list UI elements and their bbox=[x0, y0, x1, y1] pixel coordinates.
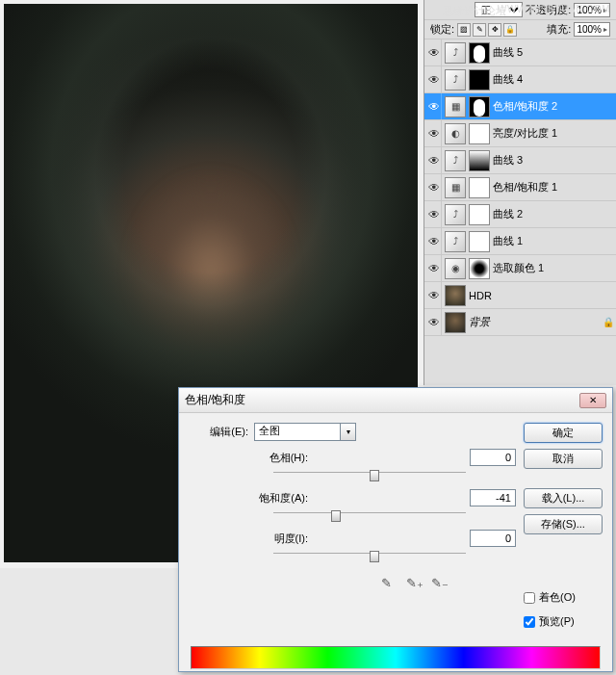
layer-name[interactable]: 曲线 4 bbox=[493, 72, 523, 87]
layer-mask[interactable] bbox=[469, 69, 490, 91]
lock-position-icon[interactable]: ✥ bbox=[488, 23, 501, 37]
visibility-eye-icon[interactable]: 👁 bbox=[426, 201, 442, 227]
preview-checkbox[interactable]: 预览(P) bbox=[524, 614, 603, 629]
layer-row[interactable]: 👁⤴曲线 4 bbox=[424, 66, 616, 93]
dialog-buttons: 确定 取消 载入(L)... 存储(S)... 着色(O) 预览(P) bbox=[524, 423, 603, 631]
visibility-eye-icon[interactable]: 👁 bbox=[426, 228, 442, 254]
layers-panel: 正 不透明度: 100% 锁定: ▨ ✎ ✥ 🔒 填充: 100% 👁⤴曲线 5… bbox=[424, 0, 616, 385]
hue-label: 色相(H): bbox=[189, 451, 314, 465]
layer-mask[interactable] bbox=[469, 150, 490, 171]
visibility-eye-icon[interactable]: 👁 bbox=[426, 120, 442, 146]
visibility-eye-icon[interactable]: 👁 bbox=[426, 255, 442, 281]
layer-mask[interactable] bbox=[469, 177, 490, 198]
layer-name[interactable]: 选取颜色 1 bbox=[493, 261, 544, 275]
layer-name[interactable]: 曲线 3 bbox=[493, 153, 523, 168]
lock-all-icon[interactable]: 🔒 bbox=[503, 23, 517, 37]
eyedropper-subtract-icon[interactable]: ✎₋ bbox=[431, 576, 447, 591]
cancel-button[interactable]: 取消 bbox=[524, 449, 603, 469]
layer-name[interactable]: HDR bbox=[469, 290, 492, 301]
save-button[interactable]: 存储(S)... bbox=[524, 514, 603, 534]
layer-row[interactable]: 👁▦色相/饱和度 1 bbox=[424, 174, 616, 201]
fill-label: 填充: bbox=[547, 22, 571, 37]
adjustment-icon: ▦ bbox=[445, 177, 466, 198]
eyedropper-add-icon[interactable]: ✎₊ bbox=[406, 576, 422, 591]
adjustment-icon: ⤴ bbox=[445, 69, 466, 91]
dialog-title: 色相/饱和度 bbox=[185, 392, 245, 408]
lock-icons: ▨ ✎ ✥ 🔒 bbox=[457, 23, 517, 37]
visibility-eye-icon[interactable]: 👁 bbox=[426, 66, 442, 92]
hue-slider[interactable] bbox=[273, 472, 466, 487]
layer-row[interactable]: 👁⤴曲线 2 bbox=[424, 201, 616, 228]
adjustment-icon: ⤴ bbox=[445, 42, 466, 64]
adjustment-icon: ⤴ bbox=[445, 231, 466, 252]
saturation-input[interactable] bbox=[470, 489, 516, 506]
hue-saturation-dialog: 色相/饱和度 ✕ 编辑(E): 全图 ▾ 色相(H): 饱和度(A): 明度 bbox=[178, 387, 613, 672]
layer-mask[interactable] bbox=[469, 204, 490, 225]
layer-name[interactable]: 色相/饱和度 2 bbox=[493, 99, 557, 114]
visibility-eye-icon[interactable]: 👁 bbox=[426, 93, 442, 119]
saturation-slider[interactable] bbox=[273, 512, 466, 528]
visibility-eye-icon[interactable]: 👁 bbox=[426, 147, 442, 173]
layer-row[interactable]: 👁◐亮度/对比度 1 bbox=[424, 120, 616, 147]
adjustment-icon: ◐ bbox=[445, 123, 466, 144]
layer-name[interactable]: 背景 bbox=[469, 315, 490, 329]
layer-row[interactable]: 👁▦色相/饱和度 2 bbox=[424, 93, 616, 120]
layer-row[interactable]: 👁⤴曲线 3 bbox=[424, 147, 616, 174]
layer-thumb bbox=[445, 285, 466, 306]
layer-mask[interactable] bbox=[469, 258, 490, 279]
layer-name[interactable]: 色相/饱和度 1 bbox=[493, 180, 557, 195]
layer-name[interactable]: 曲线 5 bbox=[493, 45, 523, 60]
hue-input[interactable] bbox=[470, 449, 516, 466]
adjustment-icon: ▦ bbox=[445, 96, 466, 117]
lightness-label: 明度(I): bbox=[189, 532, 314, 546]
visibility-eye-icon[interactable]: 👁 bbox=[426, 282, 442, 308]
layer-row[interactable]: 👁⤴曲线 5 bbox=[424, 39, 616, 66]
fill-value[interactable]: 100% bbox=[574, 22, 610, 37]
visibility-eye-icon[interactable]: 👁 bbox=[426, 39, 442, 65]
layers-list: 👁⤴曲线 5👁⤴曲线 4👁▦色相/饱和度 2👁◐亮度/对比度 1👁⤴曲线 3👁▦… bbox=[424, 39, 616, 336]
lock-icon: 🔒 bbox=[603, 317, 614, 327]
visibility-eye-icon[interactable]: 👁 bbox=[426, 174, 442, 200]
layer-mask[interactable] bbox=[469, 96, 490, 117]
lock-fill-row: 锁定: ▨ ✎ ✥ 🔒 填充: 100% bbox=[424, 20, 616, 39]
hue-spectrum bbox=[191, 646, 601, 669]
edit-select[interactable]: 全图 bbox=[254, 423, 341, 441]
adjustment-icon: ⤴ bbox=[445, 150, 466, 171]
load-button[interactable]: 载入(L)... bbox=[524, 488, 603, 508]
watermark-left: 思缘设计论坛 bbox=[443, 4, 506, 18]
colorize-checkbox[interactable]: 着色(O) bbox=[524, 590, 603, 605]
dialog-controls: 编辑(E): 全图 ▾ 色相(H): 饱和度(A): 明度(I): bbox=[189, 423, 516, 631]
layer-row[interactable]: 👁背景🔒 bbox=[424, 309, 616, 336]
eyedropper-icon[interactable]: ✎ bbox=[381, 576, 397, 591]
lock-pixels-icon[interactable]: ✎ bbox=[473, 23, 486, 37]
lock-label: 锁定: bbox=[430, 22, 454, 37]
layer-mask[interactable] bbox=[469, 42, 490, 64]
lightness-input[interactable] bbox=[470, 530, 516, 547]
lightness-slider[interactable] bbox=[273, 553, 466, 568]
chevron-down-icon[interactable]: ▾ bbox=[341, 423, 356, 441]
layer-name[interactable]: 曲线 1 bbox=[493, 234, 523, 248]
watermark-right: WWW.MISSYUAN.COM bbox=[498, 4, 610, 14]
layer-row[interactable]: 👁◉选取颜色 1 bbox=[424, 255, 616, 282]
close-icon[interactable]: ✕ bbox=[579, 393, 606, 408]
adjustment-icon: ◉ bbox=[445, 258, 466, 279]
edit-label: 编辑(E): bbox=[189, 425, 254, 439]
saturation-label: 饱和度(A): bbox=[189, 491, 314, 506]
layer-name[interactable]: 亮度/对比度 1 bbox=[493, 126, 557, 141]
ok-button[interactable]: 确定 bbox=[524, 423, 603, 443]
layer-thumb bbox=[445, 312, 466, 333]
layer-row[interactable]: 👁HDR bbox=[424, 282, 616, 309]
layer-mask[interactable] bbox=[469, 123, 490, 144]
visibility-eye-icon[interactable]: 👁 bbox=[426, 309, 442, 335]
dialog-titlebar[interactable]: 色相/饱和度 ✕ bbox=[179, 388, 612, 413]
layer-mask[interactable] bbox=[469, 231, 490, 252]
layer-row[interactable]: 👁⤴曲线 1 bbox=[424, 228, 616, 255]
adjustment-icon: ⤴ bbox=[445, 204, 466, 225]
layer-name[interactable]: 曲线 2 bbox=[493, 207, 523, 221]
lock-transparent-icon[interactable]: ▨ bbox=[457, 23, 471, 37]
